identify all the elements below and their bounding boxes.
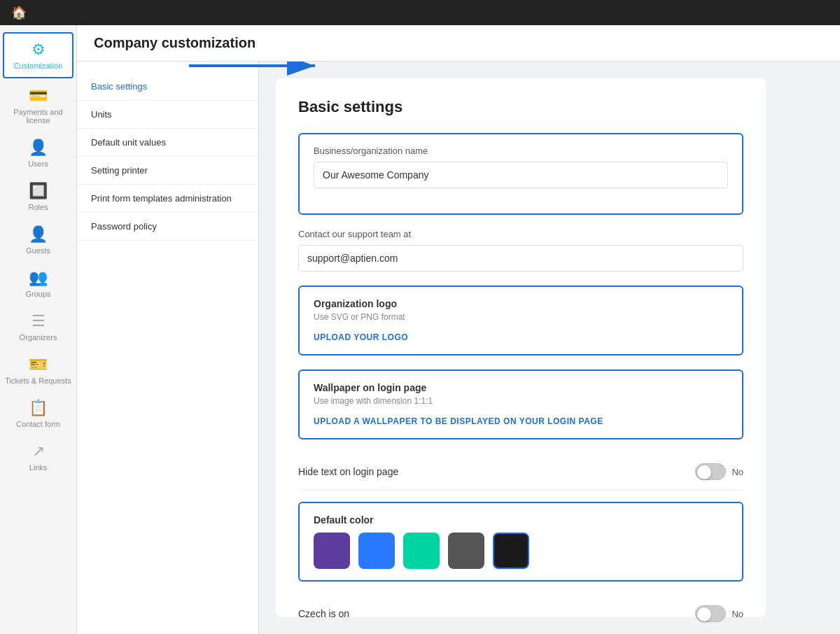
- sidebar-item-users-label: Users: [28, 160, 48, 168]
- page-title: Company customization: [94, 35, 255, 51]
- hide-text-toggle-group: No: [695, 463, 743, 480]
- subnav-default-unit-values[interactable]: Default unit values: [77, 129, 258, 157]
- subnav-setting-printer[interactable]: Setting printer: [77, 157, 258, 185]
- organizers-icon: ☰: [31, 312, 46, 330]
- color-swatch-black[interactable]: [493, 533, 529, 569]
- sidebar-item-payments[interactable]: 💳 Payments and license: [0, 80, 76, 132]
- org-logo-title: Organization logo: [314, 298, 728, 309]
- czech-label: Czech is on: [298, 608, 349, 619]
- sidebar-item-contact[interactable]: 📋 Contact form: [0, 392, 76, 435]
- links-icon: ↗: [32, 442, 45, 460]
- subnav-password-policy[interactable]: Password policy: [77, 213, 258, 241]
- sidebar-item-guests-label: Guests: [26, 246, 50, 255]
- customization-icon: ⚙: [31, 41, 46, 59]
- hide-text-value: No: [732, 467, 743, 477]
- contact-label: Contact our support team at: [298, 229, 743, 239]
- home-icon[interactable]: 🏠: [11, 5, 27, 20]
- czech-row: Czech is on No: [298, 596, 743, 633]
- tickets-icon: 🎫: [29, 355, 48, 374]
- upload-logo-link[interactable]: UPLOAD YOUR LOGO: [314, 332, 408, 342]
- groups-icon: 👥: [29, 269, 48, 287]
- sidebar-item-tickets[interactable]: 🎫 Tickets & Requests: [0, 348, 76, 392]
- contact-icon: 📋: [29, 399, 48, 417]
- sidebar-item-customization[interactable]: ⚙ Customization: [3, 32, 74, 78]
- hide-text-knob: [697, 465, 711, 479]
- hide-text-label: Hide text on login page: [298, 466, 398, 477]
- payments-icon: 💳: [29, 87, 48, 105]
- upload-wallpaper-link[interactable]: UPLOAD A WALLPAPER TO BE DISPLAYED ON YO…: [314, 416, 603, 426]
- settings-title: Basic settings: [298, 98, 743, 116]
- org-logo-sub: Use SVG or PNG format: [314, 312, 728, 322]
- org-logo-section: Organization logo Use SVG or PNG format …: [298, 286, 743, 355]
- sub-nav: Basic settings Units Default unit values…: [77, 62, 259, 634]
- hide-text-row: Hide text on login page No: [298, 453, 743, 491]
- sidebar: ⚙ Customization 💳 Payments and license 👤…: [0, 25, 77, 634]
- page-header: Company customization: [77, 25, 840, 62]
- sidebar-item-organizers[interactable]: ☰ Organizers: [0, 305, 76, 348]
- arrow-decoration: [189, 62, 343, 87]
- settings-panel: Basic settings Business/organization nam…: [276, 78, 766, 617]
- sidebar-item-links-label: Links: [29, 463, 48, 472]
- sidebar-item-links[interactable]: ↗ Links: [0, 435, 76, 479]
- sidebar-item-roles-label: Roles: [28, 203, 48, 211]
- color-swatch-blue[interactable]: [358, 533, 395, 569]
- sidebar-item-tickets-label: Tickets & Requests: [5, 376, 71, 385]
- color-swatch-teal[interactable]: [403, 533, 440, 569]
- hide-text-toggle[interactable]: [695, 463, 726, 480]
- subnav-units[interactable]: Units: [77, 101, 258, 129]
- sidebar-item-customization-label: Customization: [14, 62, 63, 70]
- default-color-label: Default color: [314, 514, 728, 526]
- default-color-section: Default color: [298, 502, 743, 582]
- color-swatch-purple[interactable]: [314, 533, 350, 569]
- business-name-input[interactable]: [314, 162, 728, 188]
- contact-input[interactable]: [298, 245, 743, 272]
- wallpaper-section: Wallpaper on login page Use image with d…: [298, 369, 743, 439]
- guests-icon: 👤: [29, 225, 48, 244]
- business-name-section: Business/organization name: [298, 133, 743, 215]
- subnav-print-form[interactable]: Print form templates administration: [77, 185, 258, 213]
- wallpaper-title: Wallpaper on login page: [314, 382, 728, 393]
- sidebar-item-groups-label: Groups: [25, 290, 50, 298]
- contact-field-group: Contact our support team at: [298, 229, 743, 272]
- color-swatches: [314, 533, 728, 569]
- sidebar-item-users[interactable]: 👤 Users: [0, 132, 76, 175]
- page-area: Company customization Basic settings Uni…: [77, 25, 840, 634]
- roles-icon: 🔲: [29, 182, 48, 200]
- czech-toggle-group: No: [695, 605, 743, 622]
- sidebar-item-roles[interactable]: 🔲 Roles: [0, 175, 76, 218]
- sidebar-item-contact-label: Contact form: [16, 420, 60, 428]
- content-area: Basic settings Business/organization nam…: [259, 62, 840, 634]
- sidebar-item-payments-label: Payments and license: [4, 108, 72, 125]
- business-name-label: Business/organization name: [314, 146, 728, 156]
- wallpaper-sub: Use image with dimension 1:1:1: [314, 396, 728, 406]
- czech-toggle[interactable]: [695, 605, 726, 622]
- czech-knob: [697, 607, 711, 621]
- users-icon: 👤: [29, 139, 48, 157]
- color-swatch-dark-gray[interactable]: [448, 533, 484, 569]
- czech-value: No: [732, 609, 743, 619]
- sidebar-item-guests[interactable]: 👤 Guests: [0, 218, 76, 262]
- sidebar-item-groups[interactable]: 👥 Groups: [0, 262, 76, 305]
- top-bar: 🏠: [0, 0, 840, 25]
- sidebar-item-organizers-label: Organizers: [20, 333, 57, 341]
- business-name-field-group: Business/organization name: [314, 146, 728, 188]
